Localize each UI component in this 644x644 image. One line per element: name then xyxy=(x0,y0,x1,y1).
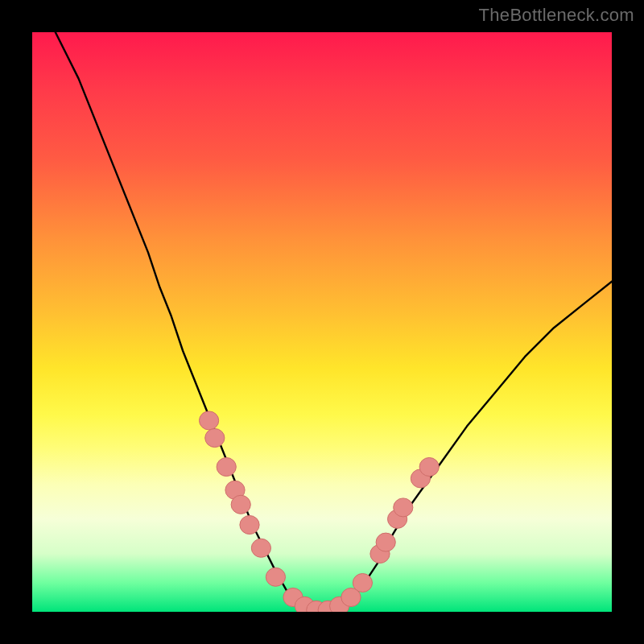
watermark-text: TheBottleneck.com xyxy=(479,5,634,26)
marker-dot xyxy=(240,515,259,534)
marker-dot xyxy=(376,533,395,551)
plot-svg xyxy=(32,32,612,612)
marker-dot xyxy=(200,411,219,430)
marker-dot xyxy=(231,495,250,514)
chart-frame: TheBottleneck.com xyxy=(0,0,644,644)
marker-dot xyxy=(251,539,270,557)
marker-dot xyxy=(205,428,225,447)
marker-dot xyxy=(266,568,285,586)
marker-dot xyxy=(394,498,413,517)
marker-dot xyxy=(419,457,439,476)
marker-dot xyxy=(217,457,236,476)
curve-path xyxy=(56,32,612,612)
marker-dot xyxy=(353,573,372,592)
plot-area xyxy=(32,32,612,612)
